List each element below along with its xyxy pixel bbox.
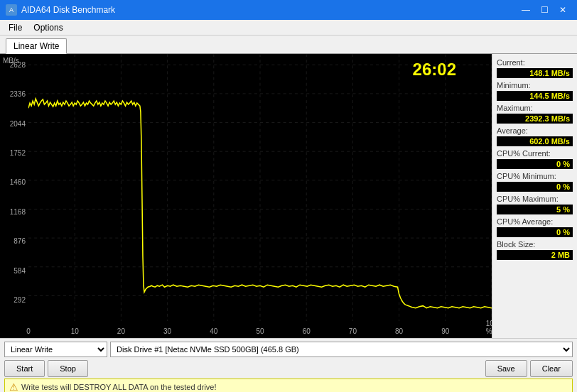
clear-button[interactable]: Clear (530, 360, 573, 377)
y-label-1168: 1168 (10, 207, 26, 215)
drive-dropdown[interactable]: Disk Drive #1 [Netac NVMe SSD 500GB] (46… (110, 342, 573, 357)
current-label: Current: (497, 58, 573, 67)
minimum-label: Minimum: (497, 81, 573, 89)
x-label-30: 30 (163, 327, 171, 335)
close-button[interactable]: ✕ (554, 3, 571, 17)
chart-area: MB/s 26:02 2628 2336 2044 1752 1460 1168… (0, 54, 492, 338)
x-label-80: 80 (395, 327, 403, 335)
x-label-90: 90 (441, 327, 449, 335)
y-label-1752: 1752 (10, 149, 26, 157)
maximize-button[interactable]: ☐ (536, 3, 553, 17)
menu-bar: File Options (0, 20, 577, 36)
x-label-100: 100 % (486, 320, 492, 335)
y-label-584: 584 (14, 266, 26, 274)
average-value: 602.0 MB/s (497, 136, 573, 146)
cpu-maximum-value: 5 % (497, 205, 573, 214)
x-label-50: 50 (256, 327, 264, 335)
menu-file[interactable]: File (3, 21, 28, 34)
cpu-maximum-label: CPU% Maximum: (497, 195, 573, 203)
stop-button[interactable]: Stop (48, 360, 88, 377)
y-label-1460: 1460 (10, 178, 26, 186)
maximum-value: 2392.3 MB/s (497, 114, 573, 124)
title-bar: A AIDA64 Disk Benchmark — ☐ ✕ (0, 0, 577, 20)
stats-panel: Current: 148.1 MB/s Minimum: 144.5 MB/s … (492, 54, 577, 338)
cpu-current-value: 0 % (497, 159, 573, 169)
block-size-label: Block Size: (497, 240, 573, 249)
tab-linear-write[interactable]: Linear Write (6, 38, 67, 54)
minimum-value: 144.5 MB/s (497, 91, 573, 101)
cpu-average-value: 0 % (497, 227, 573, 237)
test-type-dropdown[interactable]: Linear Write (4, 342, 107, 357)
y-label-2336: 2336 (10, 90, 26, 98)
chart-svg (28, 54, 492, 321)
x-label-10: 10 (71, 327, 79, 335)
maximum-label: Maximum: (497, 104, 573, 112)
cpu-minimum-value: 0 % (497, 182, 573, 192)
bottom-controls: Linear Write Disk Drive #1 [Netac NVMe S… (0, 338, 577, 392)
warning-icon: ⚠ (9, 381, 18, 392)
x-label-0: 0 (26, 327, 31, 335)
y-label-876: 876 (14, 237, 26, 245)
y-label-2044: 2044 (10, 119, 26, 127)
start-button[interactable]: Start (4, 360, 45, 377)
current-value: 148.1 MB/s (497, 68, 573, 78)
window-title: AIDA64 Disk Benchmark (21, 5, 115, 15)
cpu-minimum-label: CPU% Minimum: (497, 172, 573, 180)
tab-bar: Linear Write (0, 36, 577, 54)
cpu-average-label: CPU% Average: (497, 217, 573, 226)
warning-text: Write tests will DESTROY ALL DATA on the… (21, 383, 217, 391)
warning-row: ⚠ Write tests will DESTROY ALL DATA on t… (4, 379, 573, 392)
average-label: Average: (497, 126, 573, 135)
menu-options[interactable]: Options (28, 21, 68, 34)
save-button[interactable]: Save (485, 360, 527, 377)
cpu-current-label: CPU% Current: (497, 149, 573, 158)
x-label-70: 70 (349, 327, 357, 335)
block-size-value: 2 MB (497, 250, 573, 260)
minimize-button[interactable]: — (517, 3, 534, 17)
x-label-20: 20 (117, 327, 125, 335)
x-label-60: 60 (303, 327, 311, 335)
app-icon: A (6, 4, 17, 16)
y-label-292: 292 (14, 295, 26, 303)
x-label-40: 40 (210, 327, 217, 335)
y-label-2628: 2628 (10, 61, 26, 69)
